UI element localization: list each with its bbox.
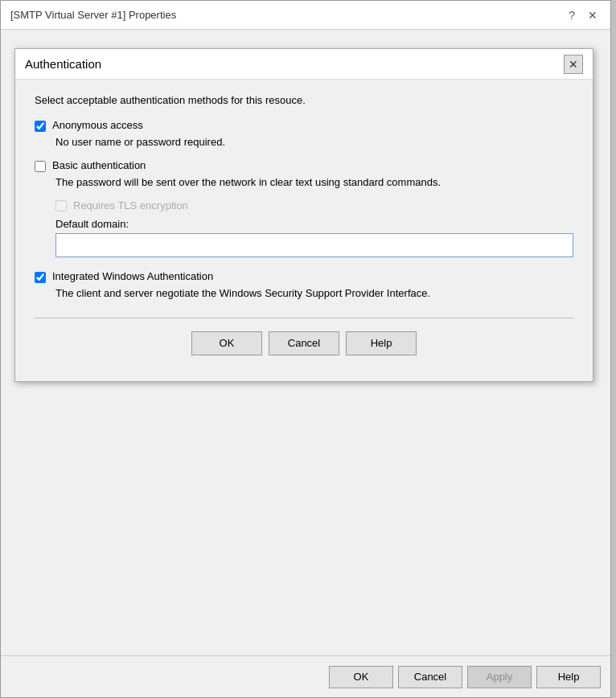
integrated-description: The client and server negotiate the Wind… [55, 286, 573, 301]
basic-checkbox[interactable] [35, 161, 46, 172]
smtp-cancel-button[interactable]: Cancel [398, 666, 462, 688]
basic-label[interactable]: Basic authentication [52, 159, 146, 171]
domain-label: Default domain: [55, 218, 573, 230]
tls-label: Requires TLS encryption [73, 199, 188, 211]
auth-cancel-button[interactable]: Cancel [269, 331, 339, 355]
tls-option-row: Requires TLS encryption [55, 199, 573, 211]
basic-description: The password will be sent over the netwo… [55, 175, 573, 190]
auth-titlebar: Authentication ✕ [15, 49, 593, 80]
smtp-titlebar-buttons: ? ✕ [565, 9, 601, 22]
auth-instruction: Select acceptable authentication methods… [35, 94, 573, 106]
basic-option-row: Basic authentication [35, 159, 573, 172]
auth-title: Authentication [25, 57, 101, 71]
smtp-apply-button[interactable]: Apply [467, 666, 532, 688]
integrated-option-row: Integrated Windows Authentication [35, 270, 573, 283]
integrated-label[interactable]: Integrated Windows Authentication [52, 270, 213, 282]
auth-dialog-buttons: OK Cancel Help [35, 331, 573, 355]
smtp-title: [SMTP Virtual Server #1] Properties [10, 9, 176, 21]
smtp-bottom-bar: OK Cancel Apply Help [1, 655, 610, 697]
anonymous-label[interactable]: Anonymous access [52, 119, 143, 131]
auth-ok-button[interactable]: OK [191, 331, 262, 355]
domain-input[interactable] [55, 233, 573, 257]
tls-checkbox[interactable] [55, 200, 67, 211]
anonymous-description: No user name or password required. [55, 135, 573, 150]
auth-help-button[interactable]: Help [346, 331, 417, 355]
integrated-checkbox[interactable] [35, 272, 46, 283]
smtp-help-button[interactable]: Help [536, 666, 601, 688]
auth-close-button[interactable]: ✕ [564, 55, 583, 74]
smtp-help-icon[interactable]: ? [565, 9, 578, 22]
auth-body: Select acceptable authentication methods… [15, 80, 593, 381]
smtp-ok-button[interactable]: OK [329, 666, 393, 688]
auth-dialog: Authentication ✕ Select acceptable authe… [14, 48, 593, 382]
anonymous-checkbox[interactable] [35, 121, 46, 132]
smtp-titlebar: [SMTP Virtual Server #1] Properties ? ✕ [1, 1, 610, 30]
smtp-close-icon[interactable]: ✕ [585, 9, 601, 22]
auth-divider [35, 318, 573, 318]
anonymous-option-row: Anonymous access [35, 119, 573, 132]
